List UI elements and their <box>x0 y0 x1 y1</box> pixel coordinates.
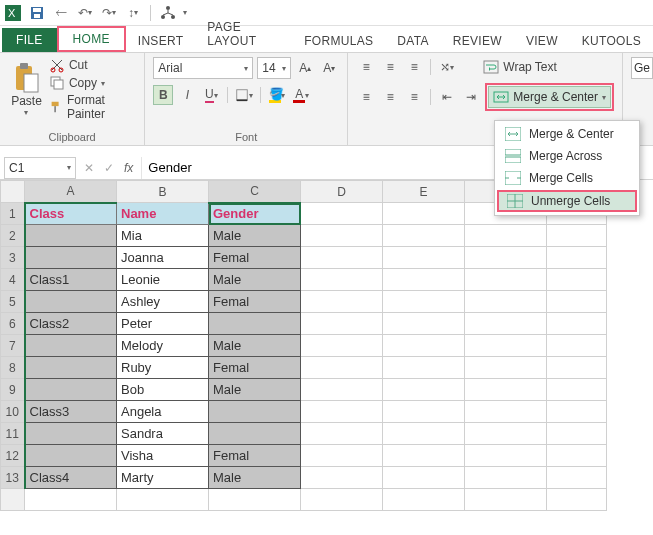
wrap-text-button[interactable]: Wrap Text <box>483 59 557 75</box>
cell[interactable]: Visha <box>117 445 209 467</box>
cell[interactable] <box>301 335 383 357</box>
cell[interactable]: Marty <box>117 467 209 489</box>
cell[interactable] <box>301 225 383 247</box>
cell[interactable] <box>465 467 547 489</box>
align-middle-button[interactable]: ≡ <box>380 57 400 77</box>
bold-button[interactable]: B <box>153 85 173 105</box>
merge-cells-item[interactable]: Merge Cells <box>495 167 639 189</box>
cell[interactable] <box>547 445 607 467</box>
tab-file[interactable]: FILE <box>2 28 57 52</box>
cell[interactable]: Male <box>209 269 301 291</box>
cell[interactable] <box>465 423 547 445</box>
cell[interactable] <box>465 401 547 423</box>
cell[interactable]: Joanna <box>117 247 209 269</box>
cell[interactable] <box>25 357 117 379</box>
row-header[interactable]: 6 <box>1 313 25 335</box>
align-right-button[interactable]: ≡ <box>404 87 424 107</box>
cell[interactable] <box>547 225 607 247</box>
cell[interactable] <box>383 423 465 445</box>
font-name-select[interactable]: Arial▾ <box>153 57 253 79</box>
cell[interactable] <box>25 445 117 467</box>
cell[interactable] <box>465 379 547 401</box>
cell[interactable] <box>25 291 117 313</box>
col-header-E[interactable]: E <box>383 181 465 203</box>
cell[interactable] <box>465 313 547 335</box>
cell[interactable] <box>465 247 547 269</box>
cell[interactable] <box>547 335 607 357</box>
tab-insert[interactable]: INSERT <box>126 30 196 52</box>
cell[interactable] <box>383 401 465 423</box>
cell[interactable] <box>547 313 607 335</box>
align-bottom-button[interactable]: ≡ <box>404 57 424 77</box>
align-top-button[interactable]: ≡ <box>356 57 376 77</box>
cell[interactable]: Gender <box>209 203 301 225</box>
cell[interactable] <box>383 335 465 357</box>
tab-home[interactable]: HOME <box>69 30 114 48</box>
cell[interactable] <box>301 203 383 225</box>
cell[interactable]: Femal <box>209 247 301 269</box>
decrease-indent-button[interactable]: ⇤ <box>437 87 457 107</box>
cell[interactable] <box>547 379 607 401</box>
row-header[interactable]: 5 <box>1 291 25 313</box>
cell[interactable] <box>301 247 383 269</box>
cell[interactable] <box>25 225 117 247</box>
font-size-select[interactable]: 14▾ <box>257 57 291 79</box>
cell[interactable] <box>465 357 547 379</box>
cell[interactable] <box>383 291 465 313</box>
cell[interactable] <box>301 269 383 291</box>
row-header[interactable]: 1 <box>1 203 25 225</box>
copy-button[interactable]: Copy▾ <box>49 75 136 91</box>
cell[interactable] <box>301 379 383 401</box>
cell[interactable] <box>383 313 465 335</box>
row-header[interactable]: 10 <box>1 401 25 423</box>
cell[interactable] <box>465 225 547 247</box>
cell[interactable]: Femal <box>209 291 301 313</box>
cell[interactable] <box>25 335 117 357</box>
cell[interactable]: Ashley <box>117 291 209 313</box>
align-left-button[interactable]: ≡ <box>356 87 376 107</box>
row-header[interactable]: 13 <box>1 467 25 489</box>
cell[interactable]: Male <box>209 467 301 489</box>
cell[interactable]: Name <box>117 203 209 225</box>
cell[interactable]: Leonie <box>117 269 209 291</box>
col-header-B[interactable]: B <box>117 181 209 203</box>
unmerge-cells-item[interactable]: Unmerge Cells <box>497 190 637 212</box>
cell[interactable]: Male <box>209 379 301 401</box>
cell[interactable] <box>25 247 117 269</box>
cell[interactable] <box>25 379 117 401</box>
cell[interactable] <box>209 423 301 445</box>
cell[interactable] <box>301 357 383 379</box>
cell[interactable] <box>547 423 607 445</box>
format-painter-button[interactable]: Format Painter <box>49 93 136 121</box>
merge-and-center-item[interactable]: Merge & Center <box>495 123 639 145</box>
cell[interactable] <box>465 335 547 357</box>
cell[interactable] <box>301 423 383 445</box>
cell[interactable]: Femal <box>209 445 301 467</box>
cell[interactable] <box>383 269 465 291</box>
border-button[interactable]: ▾ <box>234 85 254 105</box>
cell[interactable]: Peter <box>117 313 209 335</box>
cell[interactable] <box>547 401 607 423</box>
cell[interactable]: Femal <box>209 357 301 379</box>
paste-button[interactable]: Paste ▾ <box>8 62 45 117</box>
orientation-button[interactable]: ⤭▾ <box>437 57 457 77</box>
cell[interactable] <box>465 445 547 467</box>
cell[interactable]: Melody <box>117 335 209 357</box>
tab-kutools[interactable]: KUTOOLS <box>570 30 653 52</box>
arrow-icon[interactable]: 🡐 <box>52 4 70 22</box>
cell[interactable]: Class4 <box>25 467 117 489</box>
cell[interactable] <box>547 247 607 269</box>
cell[interactable] <box>547 467 607 489</box>
tab-page-layout[interactable]: PAGE LAYOUT <box>195 16 292 52</box>
cell[interactable]: Class <box>25 203 117 225</box>
redo-button[interactable]: ↷▾ <box>100 4 118 22</box>
tab-view[interactable]: VIEW <box>514 30 570 52</box>
touch-mode-button[interactable]: ↕▾ <box>124 4 142 22</box>
merge-across-item[interactable]: Merge Across <box>495 145 639 167</box>
cell[interactable]: Class1 <box>25 269 117 291</box>
number-format-select[interactable]: Ge <box>631 57 653 79</box>
cell[interactable]: Male <box>209 335 301 357</box>
cell[interactable] <box>383 467 465 489</box>
row-header[interactable]: 8 <box>1 357 25 379</box>
qat-customize[interactable]: ▾ <box>183 8 187 17</box>
